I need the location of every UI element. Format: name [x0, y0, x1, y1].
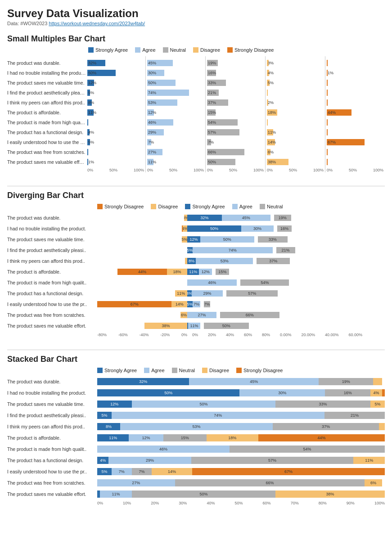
div-sa-bar: 8%: [187, 258, 196, 264]
subtitle-link[interactable]: https://workout-wednesday.com/2023w4tab/: [49, 21, 145, 26]
sm-bar-row: [327, 127, 383, 137]
sm-bar-row: 2%: [267, 98, 324, 108]
div-a-bar: 50%: [200, 236, 254, 243]
stk-label: I find the product aesthetically pleasi.…: [7, 413, 97, 418]
div-row: I think my peers can afford this prod..8…: [7, 256, 385, 266]
stk-bar: 12%50%33%5%: [97, 400, 385, 408]
stacked-chart: The product was durable.32%45%19%I had n…: [7, 377, 385, 505]
sm-bar: 1%: [327, 70, 328, 76]
sm-bar-row: 12%: [147, 108, 204, 117]
legend-n-label: Neutral: [170, 47, 186, 53]
stk-seg: 11%: [97, 434, 129, 441]
sm-bar: [327, 99, 328, 106]
sm-bar: 1%: [87, 159, 88, 165]
stk-seg: 66%: [175, 479, 365, 486]
sm-col-sa: 32%50%12%5%8%11%4%5%1%0%50%100%: [86, 56, 146, 172]
sm-bar: 18%: [267, 109, 277, 116]
sm-col-a: 45%30%50%74%53%12%46%29%7%27%11%0%50%100…: [146, 56, 206, 172]
sm-col-n: 19%16%33%21%37%15%54%57%7%66%50%0%50%100…: [206, 56, 266, 172]
stk-seg: 5%: [370, 400, 385, 408]
sm-row-label: The product has a functional design.: [7, 127, 86, 137]
div-neg-area: 5%: [97, 236, 187, 243]
div-sa-bar: 11%: [187, 269, 199, 275]
sm-bar-row: 12%: [87, 78, 144, 88]
div-label: The product has a functional design.: [7, 291, 97, 296]
div-sa-bar: 12%: [187, 236, 200, 243]
section-small-multiples: Small Multiples Bar Chart Strongly Agree…: [7, 34, 385, 173]
sm-bar: [327, 119, 328, 126]
div-pos-area: 11%50%: [187, 323, 367, 329]
sm-bar-row: 45%: [147, 58, 204, 68]
div-row: The product has a functional design.11%4…: [7, 288, 385, 298]
stk-seg: [379, 423, 385, 430]
legend-div-a: Agree: [232, 204, 252, 209]
stk-row: The product was free from scratches.27%6…: [7, 478, 385, 488]
sm-bar-row: 14%: [267, 137, 324, 147]
sm-axis: 0%50%100%: [327, 168, 383, 172]
div-label: I think my peers can afford this prod..: [7, 258, 97, 264]
legend-n: Neutral: [163, 47, 186, 53]
sm-bar-row: 5%: [87, 88, 144, 98]
div-n-bar: 21%: [276, 247, 295, 253]
stk-bar: 4%29%57%11%: [97, 457, 385, 464]
div-neg-area: 4%: [97, 225, 187, 232]
stk-seg: 57%: [191, 457, 354, 464]
sm-bar-row: 44%: [327, 108, 383, 117]
div-neg-area: 6%: [97, 312, 187, 318]
small-multiples-chart: The product was durable.I had no trouble…: [7, 56, 385, 173]
div-a-bar: 11%: [188, 323, 200, 329]
sm-bar-row: 33%: [207, 78, 264, 88]
sm-bar: 50%: [87, 70, 116, 76]
sm-row-label: The product is affordable.: [7, 108, 86, 117]
stk-label: The product saves me valuable time.: [7, 401, 97, 407]
stk-label: The product was durable.: [7, 379, 97, 384]
legend-d-box: [193, 47, 198, 53]
div-n-bar: 19%: [274, 215, 291, 221]
div-d-bar: 4%: [183, 225, 187, 232]
sm-bar: [327, 60, 328, 66]
sm-bar-row: 6%: [267, 147, 324, 157]
stk-seg: 53%: [120, 423, 273, 430]
sm-bar: [327, 80, 328, 86]
legend-sd-box: [227, 47, 233, 53]
stk-label: The product was free from scratches.: [7, 480, 97, 486]
sm-bar: 53%: [147, 99, 177, 106]
sm-bar: 37%: [207, 99, 228, 106]
stk-axis: 0%10%20%30%40%50%60%70%80%90%100%: [7, 501, 385, 505]
sm-bar-row: 3%: [267, 58, 324, 68]
sm-bar: 57%: [207, 129, 239, 135]
legend-div-n: Neutral: [260, 204, 283, 209]
stk-label: I had no trouble installing the product.: [7, 390, 97, 396]
sm-bar-row: 66%: [207, 147, 264, 157]
stk-bar: 11%12%15%18%44%: [97, 434, 385, 441]
sm-bar: 50%: [147, 80, 176, 86]
div-pos-area: 11%12%15%: [187, 269, 367, 275]
stk-seg: 67%: [192, 468, 385, 475]
div-label: The product saves me valuable time.: [7, 237, 97, 242]
div-sd-bar: 67%: [97, 301, 171, 307]
sm-bar: 50%: [207, 159, 235, 165]
div-sa-bar: 4%: [187, 290, 192, 297]
sm-bar: 38%: [267, 159, 288, 165]
sm-row-label: The product was free from scratches.: [7, 147, 86, 157]
sm-bar-row: [267, 117, 324, 127]
legend-div-d-label: Disagree: [158, 204, 178, 209]
div-d-bar: 38%: [144, 323, 187, 329]
sm-bar: 2%: [267, 99, 268, 106]
sm-col-sd: 1%44%67%0%50%100%: [325, 56, 385, 172]
sm-bar: 21%: [207, 90, 219, 96]
legend-div-n-label: Neutral: [267, 204, 283, 209]
sm-axis: 0%50%100%: [147, 168, 204, 172]
sm-bar: 7%: [207, 139, 211, 145]
stk-seg: 21%: [324, 412, 385, 419]
sm-bar: 46%: [147, 119, 173, 126]
stk-seg: 11%: [353, 457, 385, 464]
div-row: I find the product aesthetically pleasi.…: [7, 245, 385, 255]
legend-sa-label: Strongly Agree: [95, 47, 128, 53]
div-wrapper: The product was durable.3%32%45%19%I had…: [7, 213, 385, 337]
stk-seg: [382, 389, 385, 396]
div-a-bar: 45%: [222, 215, 270, 221]
sm-bar: 32%: [87, 60, 105, 66]
sm-row-label: I had no trouble installing the product.: [7, 68, 86, 78]
sm-col-d: 3%4%5%2%18%11%14%6%38%0%50%100%: [266, 56, 325, 172]
